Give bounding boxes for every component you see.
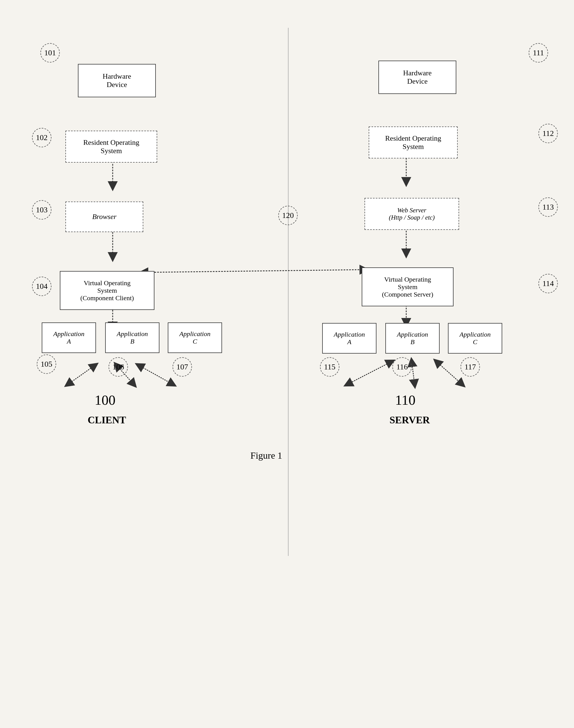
app-b-left: ApplicationB: [105, 322, 159, 353]
browser-box: Browser: [66, 201, 143, 232]
app-a-right: ApplicationA: [322, 323, 376, 354]
ref-111: 111: [529, 43, 548, 62]
figure-caption: Figure 1: [250, 450, 282, 461]
center-divider: [288, 28, 289, 556]
svg-line-14: [412, 362, 415, 384]
ref-105: 105: [37, 354, 56, 374]
app-b-right: ApplicationB: [385, 323, 440, 354]
app-a-left: ApplicationA: [42, 322, 96, 353]
svg-line-15: [437, 362, 462, 384]
label-server: SERVER: [390, 414, 430, 426]
resident-os-right: Resident OperatingSystem: [369, 127, 458, 158]
virtual-os-left: Virtual OperatingSystem(Component Client…: [60, 271, 154, 310]
ref-106: 106: [109, 357, 128, 377]
ref-103: 103: [32, 200, 51, 220]
ref-107: 107: [172, 357, 192, 377]
ref-113: 113: [538, 197, 558, 217]
ref-115: 115: [320, 357, 339, 377]
diagram-container: 101 111 102 112 103 113 104 114 105 106 …: [17, 28, 559, 695]
label-client: CLIENT: [88, 414, 126, 426]
virtual-os-right: Virtual OperatingSystem(Componet Server): [362, 267, 454, 306]
app-c-right: ApplicationC: [448, 323, 502, 354]
ref-117: 117: [460, 357, 480, 377]
label-100: 100: [94, 392, 116, 408]
ref-104: 104: [32, 277, 51, 296]
ref-116: 116: [392, 357, 412, 377]
app-c-left: ApplicationC: [168, 322, 222, 353]
webserver-box: Web Server(Http / Soap / etc): [365, 198, 459, 230]
ref-112: 112: [538, 124, 558, 143]
ref-120: 120: [278, 206, 298, 225]
ref-101: 101: [40, 43, 60, 62]
svg-line-13: [348, 362, 391, 384]
label-110: 110: [395, 392, 415, 408]
svg-line-7: [68, 366, 94, 384]
svg-line-16: [143, 270, 365, 272]
resident-os-left: Resident OperatingSystem: [66, 131, 157, 163]
ref-114: 114: [538, 274, 558, 293]
hardware-device-right: HardwareDevice: [378, 60, 456, 94]
hardware-device-left: HardwareDevice: [78, 64, 156, 97]
svg-line-9: [139, 366, 172, 384]
ref-102: 102: [32, 128, 51, 147]
